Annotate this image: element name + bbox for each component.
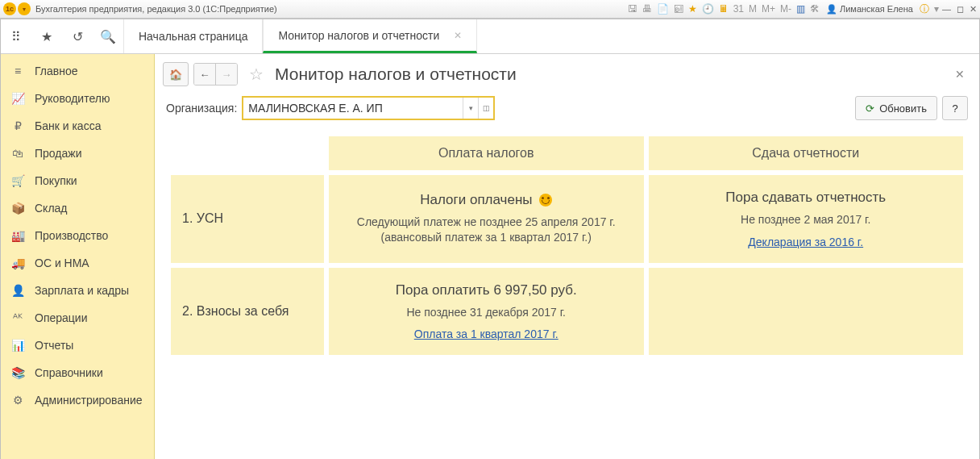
refresh-button[interactable]: ⟳Обновить — [855, 96, 937, 120]
favorite-icon[interactable]: ☆ — [249, 65, 264, 84]
title-toolbar: 🖫 🖶 📄 🗟 ★ 🕘 🖩 31 M M+ M- ▥ 🛠 — [628, 3, 820, 15]
sidebar-item-dictionaries[interactable]: 📚Справочники — [1, 359, 154, 386]
sidebar-item-manager[interactable]: 📈Руководителю — [1, 85, 154, 112]
user-label[interactable]: 👤 Лиманская Елена — [826, 4, 913, 15]
fav-icon[interactable]: ★ — [688, 3, 697, 15]
ruble-icon: ₽ — [10, 119, 25, 132]
person-icon: 👤 — [10, 284, 25, 297]
main-toolbar: ⠿ ★ ↺ 🔍 Начальная страница Монитор налог… — [1, 19, 979, 54]
page-title: Монитор налогов и отчетности — [275, 65, 517, 84]
panels-icon[interactable]: ▥ — [796, 3, 805, 15]
col-pay: Оплата налогов — [329, 136, 644, 170]
m-minus-icon[interactable]: M- — [780, 3, 791, 15]
books-icon: 📚 — [10, 366, 25, 379]
col-rep: Сдача отчетности — [649, 136, 964, 170]
gear-icon: ⚙ — [10, 394, 25, 407]
calc-icon[interactable]: 🖩 — [719, 3, 729, 15]
link-declaration[interactable]: Декларация за 2016 г. — [748, 236, 863, 248]
bars-icon: 📊 — [10, 339, 25, 352]
app-logo-icon: 1c — [3, 2, 16, 15]
bag-icon: 🛍 — [10, 147, 25, 160]
help-button[interactable]: ? — [942, 96, 968, 120]
sidebar-item-stock[interactable]: 📦Склад — [1, 194, 154, 222]
sidebar-item-purchases[interactable]: 🛒Покупки — [1, 167, 154, 194]
sidebar-item-hr[interactable]: 👤Зарплата и кадры — [1, 277, 154, 304]
sidebar: ≡Главное 📈Руководителю ₽Банк и касса 🛍Пр… — [1, 54, 155, 459]
close-button[interactable]: ✕ — [970, 4, 977, 14]
factory-icon: 🏭 — [10, 229, 25, 242]
org-field[interactable]: ▾ ◫ — [242, 96, 495, 120]
forward-button[interactable]: → — [215, 64, 237, 85]
sidebar-item-production[interactable]: 🏭Производство — [1, 222, 154, 249]
row-label-usn: 1. УСН — [171, 175, 324, 263]
history-icon[interactable]: 🕘 — [702, 3, 714, 15]
apps-icon[interactable]: ⠿ — [1, 19, 31, 53]
truck-icon: 🚚 — [10, 257, 25, 269]
sidebar-item-reports[interactable]: 📊Отчеты — [1, 332, 154, 359]
link-payment[interactable]: Оплата за 1 квартал 2017 г. — [414, 328, 559, 340]
star-icon[interactable]: ★ — [31, 19, 62, 53]
org-label: Организация: — [166, 102, 237, 115]
minimize-button[interactable]: — — [942, 4, 951, 14]
title-bar: 1c ▾ Бухгалтерия предприятия, редакция 3… — [0, 0, 980, 19]
cell-usn-rep: Пора сдавать отчетность Не позднее 2 мая… — [649, 175, 964, 263]
sidebar-item-bank[interactable]: ₽Банк и касса — [1, 112, 154, 140]
home-button[interactable]: 🏠 — [163, 62, 189, 86]
print-icon[interactable]: 🖶 — [642, 3, 652, 15]
maximize-button[interactable]: ◻ — [957, 4, 964, 14]
row-label-vznos: 2. Взносы за себя — [171, 268, 324, 356]
cart-icon: 🛒 — [10, 174, 25, 187]
refresh-icon: ⟳ — [866, 102, 874, 115]
tab-start[interactable]: Начальная страница — [123, 19, 263, 53]
calendar-icon[interactable]: 31 — [733, 3, 744, 15]
org-open-icon[interactable]: ◫ — [478, 98, 493, 119]
nav-back-forward: ← → — [193, 63, 238, 86]
smile-icon — [539, 194, 552, 207]
sidebar-item-main[interactable]: ≡Главное — [1, 57, 154, 85]
window-controls: — ◻ ✕ — [939, 4, 977, 15]
page-close-icon[interactable]: ✕ — [952, 65, 968, 84]
chart-icon: 📈 — [10, 92, 25, 105]
search-icon[interactable]: 🔍 — [93, 19, 123, 53]
menu-icon: ≡ — [10, 65, 25, 77]
dtkt-icon: ᴬᴷ — [10, 311, 25, 324]
tools-icon[interactable]: 🛠 — [810, 3, 820, 15]
m-plus-icon[interactable]: M+ — [762, 3, 775, 15]
info-icon[interactable]: ⓘ — [920, 2, 929, 16]
save-icon[interactable]: 🖫 — [628, 3, 637, 15]
sidebar-item-admin[interactable]: ⚙Администрирование — [1, 386, 154, 414]
box-icon: 📦 — [10, 202, 25, 215]
history-list-icon[interactable]: ↺ — [62, 19, 93, 53]
monitor-table: Оплата налогов Сдача отчетности 1. УСН Н… — [166, 131, 968, 360]
org-dropdown-icon[interactable]: ▾ — [463, 98, 478, 119]
compare-icon[interactable]: 🗟 — [674, 3, 683, 15]
org-input[interactable] — [243, 102, 463, 115]
tab-monitor[interactable]: Монитор налогов и отчетности ✕ — [263, 19, 477, 53]
back-button[interactable]: ← — [194, 64, 215, 85]
m-icon[interactable]: M — [749, 3, 757, 15]
cell-usn-pay: Налоги оплачены Следующий платеж не позд… — [329, 175, 644, 263]
app-menu-icon[interactable]: ▾ — [18, 2, 31, 15]
sidebar-item-assets[interactable]: 🚚ОС и НМА — [1, 249, 154, 277]
doc-icon[interactable]: 📄 — [657, 3, 669, 15]
app-title: Бухгалтерия предприятия, редакция 3.0 (1… — [35, 4, 277, 14]
tab-close-icon[interactable]: ✕ — [454, 30, 462, 41]
cell-vznos-rep — [649, 268, 964, 356]
sidebar-item-sales[interactable]: 🛍Продажи — [1, 140, 154, 167]
sidebar-item-operations[interactable]: ᴬᴷОперации — [1, 304, 154, 332]
cell-vznos-pay: Пора оплатить 6 997,50 руб. Не позднее 3… — [329, 268, 644, 356]
